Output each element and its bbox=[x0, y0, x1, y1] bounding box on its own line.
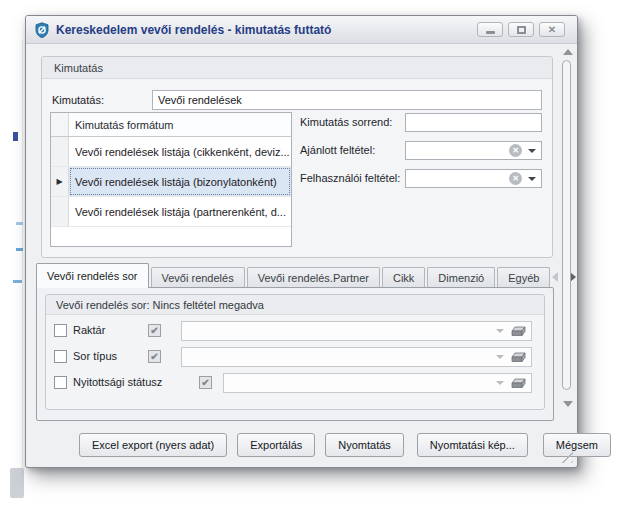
tab-page-vevoi-rendeles-sor: Vevői rendelés sor: Nincs feltétel megad… bbox=[36, 287, 554, 421]
titlebar[interactable]: Kereskedelem vevői rendelés - kimutatás … bbox=[26, 16, 577, 44]
chevron-down-icon bbox=[496, 329, 504, 333]
maximize-button[interactable] bbox=[508, 22, 534, 37]
grid-row-label: Vevői rendelések listája (cikkenként, de… bbox=[69, 137, 291, 166]
grid-row[interactable]: Vevői rendelések listája (partnerenként,… bbox=[51, 197, 291, 227]
background-fragment bbox=[16, 248, 23, 251]
close-button[interactable]: ✕ bbox=[539, 22, 565, 37]
row-indicator-cell bbox=[51, 197, 69, 226]
filter-row-nyitottsagi-statusz: Nyitottsági státusz ✔ bbox=[46, 373, 544, 393]
vertical-scrollbar[interactable] bbox=[561, 47, 574, 407]
filter-tabstrip: Vevői rendelés sor Vevői rendelés Vevői … bbox=[36, 263, 567, 288]
nyitottsagi-statusz-include-checkbox: ✔ bbox=[199, 376, 212, 389]
row-indicator-cell: ▶ bbox=[51, 167, 69, 196]
app-shield-icon bbox=[34, 22, 50, 38]
sor-tipus-value-combo bbox=[181, 347, 532, 367]
sor-tipus-label: Sor típus bbox=[73, 350, 117, 362]
report-name-input[interactable] bbox=[152, 90, 542, 110]
report-format-grid: Kimutatás formátum Vevői rendelések list… bbox=[50, 112, 292, 247]
chevron-down-icon bbox=[496, 381, 504, 385]
grid-row-selected[interactable]: ▶ Vevői rendelések listája (bizonylatonk… bbox=[51, 167, 291, 197]
dialog-content: Kimutatás Kimutatás: Kimutatás formátum … bbox=[26, 44, 577, 467]
filter-row-sor-tipus: Sor típus ✔ bbox=[46, 347, 544, 367]
footer-buttons: Excel export (nyers adat) Exportálás Nyo… bbox=[79, 433, 611, 457]
grid-row-label: Vevői rendelések listája (partnerenként,… bbox=[69, 197, 291, 226]
check-icon: ✔ bbox=[150, 326, 158, 336]
chevron-down-icon bbox=[496, 355, 504, 359]
background-fragment bbox=[16, 222, 23, 225]
condition-group-caption: Vevői rendelés sor: Nincs feltétel megad… bbox=[46, 295, 544, 315]
nyitottsagi-statusz-checkbox[interactable] bbox=[54, 376, 67, 389]
background-fragment bbox=[13, 132, 18, 141]
eraser-icon[interactable] bbox=[511, 326, 526, 337]
user-filter-label: Felhasználói feltétel: bbox=[300, 172, 400, 184]
raktar-label: Raktár bbox=[73, 324, 105, 336]
condition-groupbox: Vevői rendelés sor: Nincs feltétel megad… bbox=[45, 294, 545, 410]
background-fragment bbox=[10, 468, 24, 498]
maximize-icon bbox=[517, 26, 526, 34]
tab-scroll-left-icon[interactable] bbox=[552, 272, 558, 282]
suggested-filter-label: Ajánlott feltétel: bbox=[300, 144, 375, 156]
export-button[interactable]: Exportálás bbox=[237, 433, 315, 457]
scrollbar-thumb[interactable] bbox=[562, 60, 571, 390]
excel-export-button[interactable]: Excel export (nyers adat) bbox=[79, 433, 227, 457]
raktar-value-combo bbox=[181, 321, 532, 341]
report-name-label: Kimutatás: bbox=[52, 94, 104, 106]
nyitottsagi-statusz-label: Nyitottsági státusz bbox=[73, 376, 162, 388]
tab-vevoi-rendeles[interactable]: Vevői rendelés bbox=[151, 267, 245, 288]
cancel-button[interactable]: Mégsem bbox=[543, 433, 611, 457]
filter-row-raktar: Raktár ✔ bbox=[46, 321, 544, 341]
order-input[interactable] bbox=[405, 113, 542, 132]
minimize-button[interactable] bbox=[477, 22, 503, 37]
background-window-edge bbox=[22, 40, 23, 470]
background-fragment bbox=[13, 280, 22, 283]
report-group-caption: Kimutatás bbox=[42, 57, 552, 79]
close-icon: ✕ bbox=[548, 25, 556, 35]
minimize-icon bbox=[486, 31, 495, 34]
tab-vevoi-rendeles-sor[interactable]: Vevői rendelés sor bbox=[36, 263, 149, 288]
suggested-filter-combo[interactable]: ✕ bbox=[405, 141, 542, 160]
eraser-icon[interactable] bbox=[511, 352, 526, 363]
grid-row-label: Vevői rendelések listája (bizonylatonkén… bbox=[69, 167, 291, 196]
current-row-arrow-icon: ▶ bbox=[56, 178, 62, 186]
grid-indicator-header bbox=[51, 113, 69, 136]
nyitottsagi-statusz-value-combo bbox=[223, 373, 532, 393]
grid-row[interactable]: Vevői rendelések listája (cikkenként, de… bbox=[51, 137, 291, 167]
sor-tipus-include-checkbox: ✔ bbox=[148, 350, 161, 363]
user-filter-combo[interactable]: ✕ bbox=[405, 169, 542, 188]
order-label: Kimutatás sorrend: bbox=[300, 116, 392, 128]
raktar-include-checkbox: ✔ bbox=[148, 324, 161, 337]
check-icon: ✔ bbox=[150, 352, 158, 362]
check-icon: ✔ bbox=[201, 378, 209, 388]
tab-dimenzio[interactable]: Dimenzió bbox=[427, 267, 495, 288]
clear-icon[interactable]: ✕ bbox=[509, 144, 522, 157]
print-preview-button[interactable]: Nyomtatási kép... bbox=[417, 433, 528, 457]
chevron-down-icon[interactable] bbox=[528, 177, 536, 181]
sor-tipus-checkbox[interactable] bbox=[54, 350, 67, 363]
tab-egyeb[interactable]: Egyéb bbox=[497, 267, 550, 288]
scroll-up-icon[interactable] bbox=[563, 49, 573, 55]
clear-icon[interactable]: ✕ bbox=[509, 172, 522, 185]
print-button[interactable]: Nyomtatás bbox=[325, 433, 404, 457]
tab-vevoi-rendeles-partner[interactable]: Vevői rendelés.Partner bbox=[247, 267, 380, 288]
eraser-icon[interactable] bbox=[511, 378, 526, 389]
raktar-checkbox[interactable] bbox=[54, 324, 67, 337]
report-options: Kimutatás sorrend: Ajánlott feltétel: ✕ … bbox=[300, 113, 542, 197]
window-title: Kereskedelem vevői rendelés - kimutatás … bbox=[56, 23, 477, 37]
grid-column-header[interactable]: Kimutatás formátum bbox=[69, 113, 291, 136]
grid-header-row: Kimutatás formátum bbox=[51, 113, 291, 137]
row-indicator-cell bbox=[51, 137, 69, 166]
tab-cikk[interactable]: Cikk bbox=[382, 267, 425, 288]
report-runner-dialog: Kereskedelem vevői rendelés - kimutatás … bbox=[25, 15, 578, 468]
chevron-down-icon[interactable] bbox=[528, 149, 536, 153]
report-groupbox: Kimutatás Kimutatás: Kimutatás formátum … bbox=[41, 56, 553, 258]
scroll-down-icon[interactable] bbox=[563, 401, 573, 407]
